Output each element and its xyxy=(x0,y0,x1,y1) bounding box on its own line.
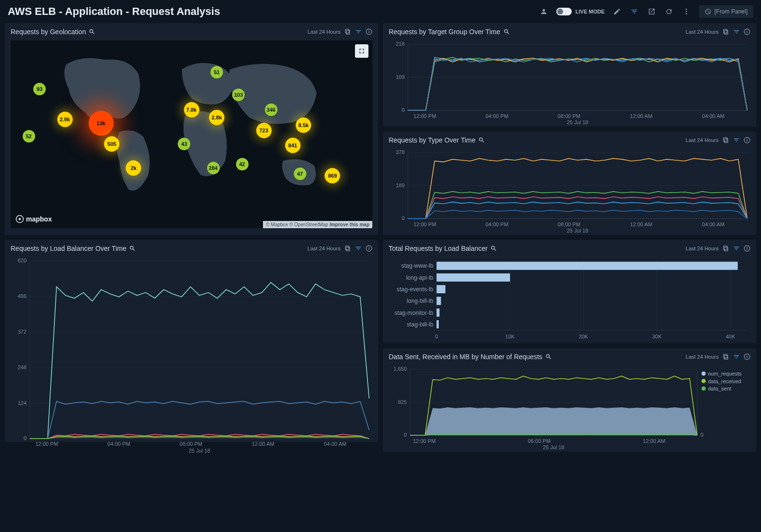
svg-rect-79 xyxy=(436,262,737,270)
panel-target-group: Requests by Target Group Over Time Last … xyxy=(383,23,756,127)
filter-icon[interactable] xyxy=(733,137,740,143)
filter-icon[interactable] xyxy=(733,28,740,35)
svg-point-1 xyxy=(686,11,687,13)
svg-text:08:00 PM: 08:00 PM xyxy=(558,113,580,119)
panel-type: Requests by Type Over Time Last 24 Hours… xyxy=(383,131,756,235)
svg-text:data_sent: data_sent xyxy=(708,386,731,391)
header-actions: LIVE MODE [From Panel] xyxy=(539,5,753,18)
svg-marker-104 xyxy=(410,407,697,435)
svg-text:496: 496 xyxy=(18,293,26,299)
filter-icon[interactable] xyxy=(733,353,740,360)
svg-text:04:00 PM: 04:00 PM xyxy=(485,221,508,227)
map-marker[interactable]: 51 xyxy=(210,66,223,78)
map-marker[interactable]: 103 xyxy=(232,89,245,101)
map-marker[interactable]: 47 xyxy=(294,168,306,180)
world-map[interactable]: 93522.9k13k5052k517.8k1032.8k3467238.5k4… xyxy=(11,40,372,228)
svg-text:0: 0 xyxy=(404,432,407,438)
map-marker[interactable]: 505 xyxy=(104,136,119,152)
svg-point-0 xyxy=(686,9,687,10)
search-icon[interactable] xyxy=(545,353,552,360)
filter-icon[interactable] xyxy=(355,28,362,35)
map-marker[interactable]: 869 xyxy=(325,168,340,183)
map-marker[interactable]: 284 xyxy=(207,162,220,174)
svg-text:num_requests: num_requests xyxy=(708,371,742,376)
svg-rect-49 xyxy=(723,138,727,142)
map-marker[interactable]: 43 xyxy=(178,138,190,150)
svg-point-7 xyxy=(19,218,21,221)
svg-text:08:00 PM: 08:00 PM xyxy=(558,221,580,227)
line-chart[interactable]: 018937812:00 PM04:00 PM08:00 PM12:00 AM0… xyxy=(389,149,750,235)
search-icon[interactable] xyxy=(503,28,510,35)
refresh-icon[interactable] xyxy=(664,7,674,16)
svg-text:372: 372 xyxy=(18,329,26,335)
expand-map-button[interactable] xyxy=(355,44,368,58)
filter-icon[interactable] xyxy=(630,7,639,16)
map-marker[interactable]: 2.8k xyxy=(209,110,224,125)
map-marker[interactable]: 346 xyxy=(265,104,277,116)
info-icon[interactable] xyxy=(744,137,750,143)
toggle-switch[interactable] xyxy=(556,8,572,15)
svg-rect-9 xyxy=(345,246,349,250)
svg-text:long-api-lb: long-api-lb xyxy=(406,274,433,281)
svg-text:25 Jul 18: 25 Jul 18 xyxy=(189,448,210,454)
map-marker[interactable]: 2.9k xyxy=(57,112,73,127)
svg-point-113 xyxy=(701,386,706,390)
map-marker[interactable]: 42 xyxy=(236,158,249,170)
map-marker[interactable]: 52 xyxy=(23,130,35,143)
user-icon[interactable] xyxy=(539,7,549,16)
info-icon[interactable] xyxy=(366,245,372,252)
svg-rect-4 xyxy=(345,29,349,33)
map-marker[interactable]: 13k xyxy=(89,111,114,136)
svg-rect-83 xyxy=(436,285,445,293)
page-title: AWS ELB - Application - Request Analysis xyxy=(8,5,220,18)
svg-text:long-bill-lb: long-bill-lb xyxy=(407,298,434,304)
copy-icon[interactable] xyxy=(722,137,729,143)
search-icon[interactable] xyxy=(89,28,95,35)
svg-text:0: 0 xyxy=(402,215,405,221)
info-icon[interactable] xyxy=(744,353,750,360)
copy-icon[interactable] xyxy=(722,28,729,35)
copy-icon[interactable] xyxy=(344,245,351,252)
info-icon[interactable] xyxy=(366,28,372,35)
bar-chart[interactable]: 010K20K30K40Kstag-www-lblong-api-lbstag-… xyxy=(389,257,750,344)
map-marker[interactable]: 93 xyxy=(33,83,46,95)
time-range-selector[interactable]: [From Panel] xyxy=(699,5,753,18)
line-chart[interactable]: 012424837249662012:00 PM04:00 PM08:00 PM… xyxy=(11,257,372,455)
svg-text:08:00 PM: 08:00 PM xyxy=(180,441,202,447)
svg-text:stag-events-lb: stag-events-lb xyxy=(397,286,433,293)
map-marker[interactable]: 2k xyxy=(126,160,141,176)
live-mode-toggle[interactable]: LIVE MODE xyxy=(556,8,605,15)
map-marker[interactable]: 841 xyxy=(285,138,301,153)
copy-icon[interactable] xyxy=(344,28,351,35)
share-icon[interactable] xyxy=(647,7,656,16)
svg-text:25 Jul 18: 25 Jul 18 xyxy=(567,228,589,234)
panel-title: Requests by Geolocation xyxy=(11,28,95,36)
svg-rect-81 xyxy=(436,273,510,282)
svg-text:data_received: data_received xyxy=(708,378,741,384)
filter-icon[interactable] xyxy=(355,245,362,252)
line-chart[interactable]: 010921812:00 PM04:00 PM08:00 PM12:00 AM0… xyxy=(389,40,750,127)
svg-text:06:00 PM: 06:00 PM xyxy=(528,438,551,444)
search-icon[interactable] xyxy=(490,245,497,252)
copy-icon[interactable] xyxy=(722,245,729,252)
edit-icon[interactable] xyxy=(612,7,622,16)
info-icon[interactable] xyxy=(744,245,750,252)
filter-icon[interactable] xyxy=(733,245,740,252)
panel-geolocation: Requests by Geolocation Last 24 Hours xyxy=(5,23,378,235)
svg-text:12:00 AM: 12:00 AM xyxy=(630,221,653,227)
search-icon[interactable] xyxy=(478,137,485,143)
map-marker[interactable]: 8.5k xyxy=(296,117,311,133)
svg-text:04:00 PM: 04:00 PM xyxy=(107,441,130,447)
svg-rect-32 xyxy=(723,29,727,33)
info-icon[interactable] xyxy=(744,28,750,35)
svg-text:25 Jul 18: 25 Jul 18 xyxy=(543,444,564,450)
svg-text:0: 0 xyxy=(24,435,26,441)
svg-text:0: 0 xyxy=(700,432,703,438)
combo-chart[interactable]: 08251,650012:00 PM06:00 PM12:00 AM25 Jul… xyxy=(389,365,750,452)
svg-rect-89 xyxy=(436,320,439,328)
more-icon[interactable] xyxy=(682,7,691,16)
copy-icon[interactable] xyxy=(722,353,729,360)
map-marker[interactable]: 723 xyxy=(256,123,272,138)
search-icon[interactable] xyxy=(129,245,136,252)
map-marker[interactable]: 7.8k xyxy=(184,102,199,117)
